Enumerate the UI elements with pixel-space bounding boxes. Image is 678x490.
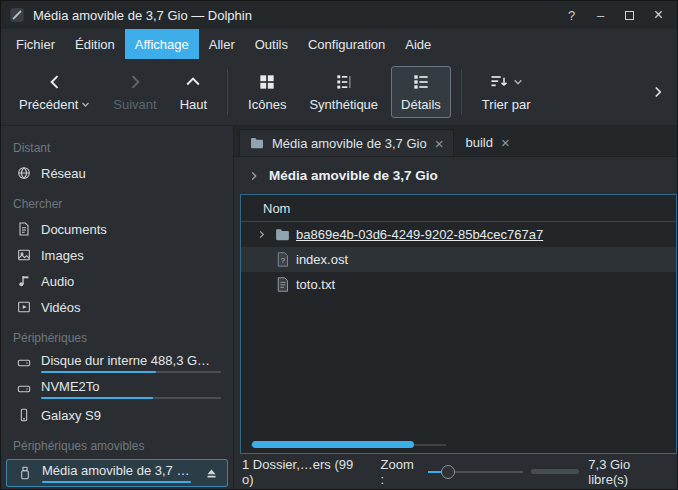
titlebar: Média amovible de 3,7 Gio — Dolphin ? – … — [1, 1, 677, 29]
chevron-right-icon — [649, 83, 667, 101]
sidebar-item-label: Média amovible de 3,7 … — [42, 463, 191, 478]
sidebar-item-media-amovible[interactable]: Média amovible de 3,7 … — [6, 459, 228, 487]
chevron-down-icon — [513, 78, 523, 86]
sidebar-item-galaxy-s9[interactable]: Galaxy S9 — [1, 402, 233, 428]
toolbar: Précédent Suivant Haut Icônes Synthétiqu… — [1, 59, 677, 126]
menu-affichage[interactable]: Affichage — [125, 29, 199, 59]
zoom-label: Zoom : — [381, 457, 419, 487]
details-view-icon — [411, 72, 431, 92]
sidebar-item-label: Disque dur interne 488,3 G… — [41, 353, 221, 368]
sidebar-item-audio[interactable]: Audio — [1, 268, 233, 294]
sort-icon — [489, 72, 509, 92]
file-row-toto-txt[interactable]: toto.txt — [241, 272, 676, 297]
menu-outils[interactable]: Outils — [245, 29, 298, 59]
up-label: Haut — [180, 97, 207, 112]
unknown-file-icon: ? — [274, 251, 291, 268]
menu-configuration[interactable]: Configuration — [298, 29, 395, 59]
forward-label: Suivant — [113, 97, 156, 112]
sidebar-item-reseau[interactable]: Réseau — [1, 160, 233, 186]
menu-aller[interactable]: Aller — [199, 29, 245, 59]
tab-close-button[interactable]: × — [434, 136, 445, 151]
zoom-slider[interactable] — [428, 465, 523, 479]
usb-icon — [17, 465, 33, 481]
maximize-button[interactable] — [619, 5, 640, 26]
status-bar: 1 Dossier,…ers (99 o) Zoom : 7,3 Gio lib… — [234, 454, 677, 489]
horizontal-scrollbar[interactable] — [251, 441, 446, 448]
video-icon — [16, 299, 32, 315]
close-button[interactable]: × — [648, 5, 669, 26]
forward-button[interactable]: Suivant — [103, 66, 166, 118]
tab-build[interactable]: build × — [456, 129, 519, 156]
sidebar-item-label: Vidéos — [41, 300, 81, 315]
scrollbar-thumb[interactable] — [252, 441, 414, 448]
usage-bar-fill — [42, 481, 191, 483]
file-name: toto.txt — [296, 277, 335, 292]
back-label: Précédent — [19, 97, 78, 112]
sidebar-item-label: Réseau — [41, 166, 86, 181]
phone-icon — [16, 407, 32, 423]
compact-view-button[interactable]: Synthétique — [299, 66, 388, 118]
usage-bar — [41, 371, 221, 373]
status-summary: 1 Dossier,…ers (99 o) — [242, 457, 357, 487]
audio-icon — [16, 273, 32, 289]
sidebar-item-images[interactable]: Images — [1, 242, 233, 268]
section-header-distant: Distant — [1, 130, 233, 160]
column-header-nom[interactable]: Nom — [241, 195, 676, 222]
folder-icon — [274, 226, 291, 243]
eject-icon — [204, 466, 219, 481]
tab-media-amovible[interactable]: Média amovible de 3,7 Gio × — [239, 129, 454, 156]
icons-view-icon — [257, 72, 277, 92]
sidebar-item-documents[interactable]: Documents — [1, 216, 233, 242]
sidebar-item-label: Images — [41, 248, 84, 263]
icons-view-button[interactable]: Icônes — [238, 66, 296, 118]
sidebar-item-disque-dur-interne[interactable]: Disque dur interne 488,3 G… — [1, 350, 233, 376]
sidebar-item-label: Audio — [41, 274, 74, 289]
file-name: ba869e4b-03d6-4249-9202-85b4cec767a7 — [296, 227, 543, 242]
details-view-label: Détails — [401, 97, 441, 112]
sidebar-item-label: Documents — [41, 222, 107, 237]
sort-by-label: Trier par — [482, 97, 531, 112]
usage-bar — [41, 397, 221, 399]
free-space: 7,3 Gio libre(s) — [531, 457, 665, 487]
file-row-index-ost[interactable]: ? index.ost — [241, 247, 676, 272]
eject-button[interactable] — [204, 466, 219, 481]
harddisk-icon — [16, 381, 32, 397]
folder-icon — [249, 135, 265, 151]
menu-edition[interactable]: Édition — [65, 29, 125, 59]
tab-close-button[interactable]: × — [500, 135, 511, 150]
breadcrumb-current[interactable]: Média amovible de 3,7 Gio — [269, 168, 438, 183]
details-view-button[interactable]: Détails — [391, 66, 451, 118]
expander-chevron-icon[interactable] — [253, 229, 269, 240]
sidebar-item-label: NVME2To — [41, 379, 221, 394]
usage-bar-fill — [41, 397, 153, 399]
usage-bar — [42, 481, 191, 483]
document-icon — [16, 221, 32, 237]
file-row-folder[interactable]: ba869e4b-03d6-4249-9202-85b4cec767a7 — [241, 222, 676, 247]
up-button[interactable]: Haut — [170, 66, 217, 118]
sidebar-item-videos[interactable]: Vidéos — [1, 294, 233, 320]
back-button[interactable]: Précédent — [9, 66, 100, 118]
up-icon — [183, 72, 203, 92]
image-icon — [16, 247, 32, 263]
file-view: Nom ba869e4b-03d6-4249-9202-85b4cec767a7… — [240, 194, 677, 454]
network-icon — [16, 165, 32, 181]
minimize-button[interactable]: – — [590, 5, 611, 26]
sidebar-item-label: Galaxy S9 — [41, 408, 101, 423]
compact-view-icon — [334, 72, 354, 92]
chevron-down-icon — [81, 101, 90, 108]
icons-view-label: Icônes — [248, 97, 286, 112]
sidebar-item-nvme2to[interactable]: NVME2To — [1, 376, 233, 402]
toolbar-separator — [227, 69, 228, 115]
help-button[interactable]: ? — [561, 5, 582, 26]
toolbar-overflow-button[interactable] — [647, 83, 669, 101]
main-area: Média amovible de 3,7 Gio × build × Médi… — [234, 126, 677, 489]
tab-label: build — [465, 135, 492, 150]
sort-by-button[interactable]: Trier par — [472, 66, 541, 118]
tab-label: Média amovible de 3,7 Gio — [272, 136, 427, 151]
places-panel: Distant Réseau Chercher Documents Images… — [1, 126, 234, 489]
free-space-label: 7,3 Gio libre(s) — [588, 457, 665, 487]
zoom-slider-handle[interactable] — [441, 465, 455, 479]
menu-fichier[interactable]: Fichier — [6, 29, 65, 59]
menu-aide[interactable]: Aide — [395, 29, 441, 59]
content: Distant Réseau Chercher Documents Images… — [1, 126, 677, 489]
